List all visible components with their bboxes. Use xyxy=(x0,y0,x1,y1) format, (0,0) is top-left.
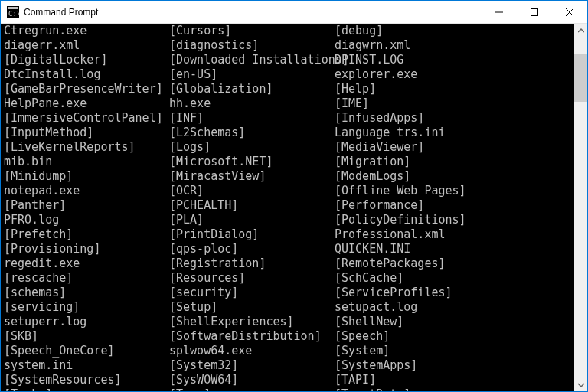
list-row: [Panther][PCHEALTH][Performance] xyxy=(4,198,574,213)
list-item: HelpPane.exe xyxy=(4,96,169,111)
list-item: Professional.xml xyxy=(335,227,574,242)
window-controls xyxy=(482,1,587,23)
list-item: PFRO.log xyxy=(4,213,169,227)
list-item: [INF] xyxy=(169,111,335,126)
terminal-output[interactable]: Ctregrun.exe[Cursors][debug]diagerr.xml[… xyxy=(1,24,574,391)
list-item: [ModemLogs] xyxy=(335,169,574,184)
list-item: [qps-ploc] xyxy=(169,242,335,256)
list-item: [Panther] xyxy=(4,198,169,213)
list-item: [ServiceProfiles] xyxy=(335,286,574,300)
list-item: [InfusedApps] xyxy=(335,111,574,126)
list-item: [servicing] xyxy=(4,300,169,315)
list-item: [Temp] xyxy=(169,387,335,391)
list-item: [System32] xyxy=(169,358,335,373)
list-row: [Provisioning][qps-ploc]QUICKEN.INI xyxy=(4,242,574,256)
list-item: Language_trs.ini xyxy=(335,126,574,140)
list-item: [Downloaded Installations] xyxy=(169,53,335,67)
list-row: [rescache][Resources][SchCache] xyxy=(4,271,574,286)
list-row: notepad.exe[OCR][Offline Web Pages] xyxy=(4,184,574,198)
list-item: hh.exe xyxy=(169,96,335,111)
scroll-thumb[interactable] xyxy=(574,54,587,101)
scroll-down-button[interactable] xyxy=(574,378,587,391)
list-item: [Resources] xyxy=(169,271,335,286)
list-row: [Speech_OneCore]splwow64.exe[System] xyxy=(4,344,574,358)
list-item: [diagnostics] xyxy=(169,38,335,53)
list-row: [servicing][Setup]setupact.log xyxy=(4,300,574,315)
list-item: [SchCache] xyxy=(335,271,574,286)
titlebar[interactable]: C:\ Command Prompt xyxy=(1,1,587,24)
list-item: [schemas] xyxy=(4,286,169,300)
list-item: [System] xyxy=(335,344,574,358)
list-item: setupact.log xyxy=(335,300,574,315)
list-item: [Speech] xyxy=(335,329,574,344)
list-row: [Prefetch][PrintDialog]Professional.xml xyxy=(4,227,574,242)
list-item: [OCR] xyxy=(169,184,335,198)
cmd-icon: C:\ xyxy=(7,6,19,18)
list-row: HelpPane.exehh.exe[IME] xyxy=(4,96,574,111)
list-item: [SKB] xyxy=(4,329,169,344)
list-item: [Tasks] xyxy=(4,387,169,391)
list-item: setuperr.log xyxy=(4,315,169,329)
list-item: [ShellNew] xyxy=(335,315,574,329)
list-item: [RemotePackages] xyxy=(335,256,574,271)
list-item: [debug] xyxy=(335,24,574,38)
scroll-up-button[interactable] xyxy=(574,24,587,37)
list-item: [security] xyxy=(169,286,335,300)
list-row: mib.bin[Microsoft.NET][Migration] xyxy=(4,155,574,169)
list-item: [PolicyDefinitions] xyxy=(335,213,574,227)
list-row: regedit.exe[Registration][RemotePackages… xyxy=(4,256,574,271)
list-item: [SystemResources] xyxy=(4,373,169,387)
list-item: [Help] xyxy=(335,82,574,96)
close-button[interactable] xyxy=(552,1,587,23)
list-item: [Registration] xyxy=(169,256,335,271)
list-item: [MediaViewer] xyxy=(335,140,574,155)
svg-rect-1 xyxy=(8,7,18,9)
scroll-track[interactable] xyxy=(574,37,587,378)
svg-text:C:\: C:\ xyxy=(8,10,19,18)
list-item: [Microsoft.NET] xyxy=(169,155,335,169)
list-row: DtcInstall.log[en-US]explorer.exe xyxy=(4,67,574,82)
list-row: [Minidump][MiracastView][ModemLogs] xyxy=(4,169,574,184)
list-item: [ShellExperiences] xyxy=(169,315,335,329)
scrollbar[interactable] xyxy=(574,24,587,391)
list-row: system.ini[System32][SystemApps] xyxy=(4,358,574,373)
list-item: [L2Schemas] xyxy=(169,126,335,140)
list-item: [rescache] xyxy=(4,271,169,286)
svg-rect-4 xyxy=(531,8,538,15)
list-row: setuperr.log[ShellExperiences][ShellNew] xyxy=(4,315,574,329)
list-item: [SystemApps] xyxy=(335,358,574,373)
list-row: PFRO.log[PLA][PolicyDefinitions] xyxy=(4,213,574,227)
list-item: mib.bin xyxy=(4,155,169,169)
list-row: diagerr.xml[diagnostics]diagwrn.xml xyxy=(4,38,574,53)
list-item: [Cursors] xyxy=(169,24,335,38)
list-item: [Logs] xyxy=(169,140,335,155)
list-item: regedit.exe xyxy=(4,256,169,271)
list-item: [Performance] xyxy=(335,198,574,213)
list-item: [SoftwareDistribution] xyxy=(169,329,335,344)
list-item: [ImmersiveControlPanel] xyxy=(4,111,169,126)
list-item: [ToastData] xyxy=(335,387,574,391)
maximize-button[interactable] xyxy=(517,1,552,23)
list-item: [Prefetch] xyxy=(4,227,169,242)
list-item: [GameBarPresenceWriter] xyxy=(4,82,169,96)
list-row: Ctregrun.exe[Cursors][debug] xyxy=(4,24,574,38)
list-item: [PLA] xyxy=(169,213,335,227)
list-item: DPINST.LOG xyxy=(335,53,574,67)
list-row: [InputMethod][L2Schemas]Language_trs.ini xyxy=(4,126,574,140)
list-row: [Tasks][Temp][ToastData] xyxy=(4,387,574,391)
list-item: [Setup] xyxy=(169,300,335,315)
list-row: [ImmersiveControlPanel][INF][InfusedApps… xyxy=(4,111,574,126)
list-row: [DigitalLocker][Downloaded Installations… xyxy=(4,53,574,67)
list-row: [SystemResources][SysWOW64][TAPI] xyxy=(4,373,574,387)
list-item: [IME] xyxy=(335,96,574,111)
list-item: [Offline Web Pages] xyxy=(335,184,574,198)
list-row: [LiveKernelReports][Logs][MediaViewer] xyxy=(4,140,574,155)
list-item: [Speech_OneCore] xyxy=(4,344,169,358)
list-item: system.ini xyxy=(4,358,169,373)
list-item: DtcInstall.log xyxy=(4,67,169,82)
list-item: diagwrn.xml xyxy=(335,38,574,53)
minimize-button[interactable] xyxy=(482,1,517,23)
list-item: notepad.exe xyxy=(4,184,169,198)
list-item: [TAPI] xyxy=(335,373,574,387)
list-item: [en-US] xyxy=(169,67,335,82)
